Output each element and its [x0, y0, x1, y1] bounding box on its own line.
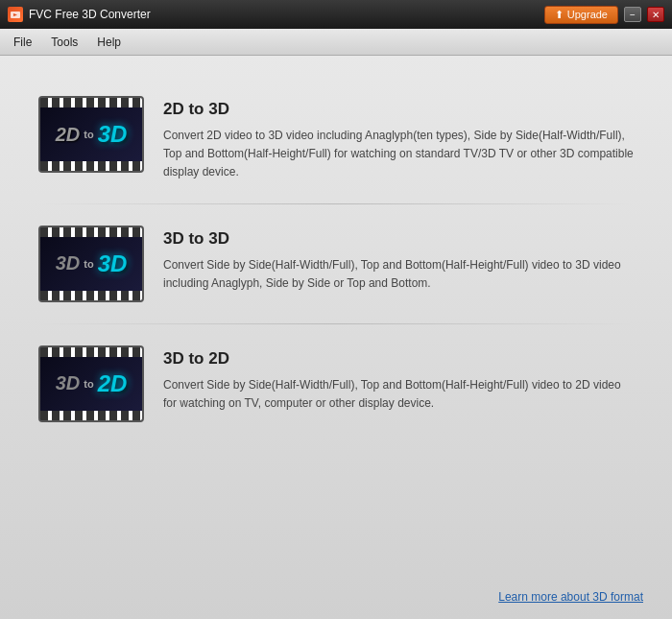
menu-file[interactable]: File — [4, 32, 41, 53]
app-title: FVC Free 3D Converter — [29, 8, 151, 21]
title-bar: FVC Free 3D Converter ⬆ Upgrade − ✕ — [0, 0, 672, 29]
title-2d-to-3d: 2D to 3D — [163, 100, 634, 119]
thumb-3d-to-2d: 3D to 2D — [38, 345, 144, 422]
thumb-left-label-2: 3D — [56, 252, 81, 274]
thumb-left-label-3: 3D — [56, 372, 81, 394]
menu-tools[interactable]: Tools — [41, 32, 87, 53]
info-3d-to-3d: 3D to 3D Convert Side by Side(Half-Width… — [163, 226, 634, 293]
upgrade-button[interactable]: ⬆ Upgrade — [544, 6, 618, 24]
desc-2d-to-3d: Convert 2D video to 3D video including A… — [163, 127, 634, 182]
title-bar-controls: ⬆ Upgrade − ✕ — [544, 6, 664, 24]
menu-help[interactable]: Help — [87, 32, 131, 53]
upgrade-label: Upgrade — [567, 9, 608, 20]
info-3d-to-2d: 3D to 2D Convert Side by Side(Half-Width… — [163, 345, 634, 413]
card-3d-to-2d[interactable]: 3D to 2D 3D to 2D Convert Side by Side(H… — [29, 324, 643, 443]
thumb-right-label-2: 3D — [98, 250, 128, 277]
card-3d-to-3d[interactable]: 3D to 3D 3D to 3D Convert Side by Side(H… — [29, 204, 643, 323]
close-button[interactable]: ✕ — [647, 7, 664, 22]
upgrade-icon: ⬆ — [555, 9, 564, 21]
thumb-right-label-3: 2D — [98, 370, 128, 397]
app-icon — [8, 7, 23, 22]
main-content: 2D to 3D 2D to 3D Convert 2D video to 3D… — [0, 56, 672, 619]
desc-3d-to-2d: Convert Side by Side(Half-Width/Full), T… — [163, 376, 634, 413]
thumb-arrow-3: to — [84, 378, 93, 390]
learn-more-link[interactable]: Learn more about 3D format — [498, 590, 643, 604]
title-bar-left: FVC Free 3D Converter — [8, 7, 151, 22]
desc-3d-to-3d: Convert Side by Side(Half-Width/Full), T… — [163, 256, 634, 293]
thumb-2d-to-3d: 2D to 3D — [38, 96, 144, 173]
title-3d-to-2d: 3D to 2D — [163, 349, 634, 369]
thumb-left-label-1: 2D — [56, 124, 81, 146]
menu-bar: File Tools Help — [0, 29, 672, 56]
thumb-arrow-2: to — [84, 258, 93, 270]
info-2d-to-3d: 2D to 3D Convert 2D video to 3D video in… — [163, 96, 634, 182]
title-3d-to-3d: 3D to 3D — [163, 229, 634, 249]
card-2d-to-3d[interactable]: 2D to 3D 2D to 3D Convert 2D video to 3D… — [29, 75, 643, 203]
thumb-arrow-1: to — [84, 129, 93, 140]
thumb-3d-to-3d: 3D to 3D — [38, 226, 144, 302]
thumb-right-label-1: 3D — [98, 121, 128, 148]
minimize-button[interactable]: − — [624, 7, 641, 22]
